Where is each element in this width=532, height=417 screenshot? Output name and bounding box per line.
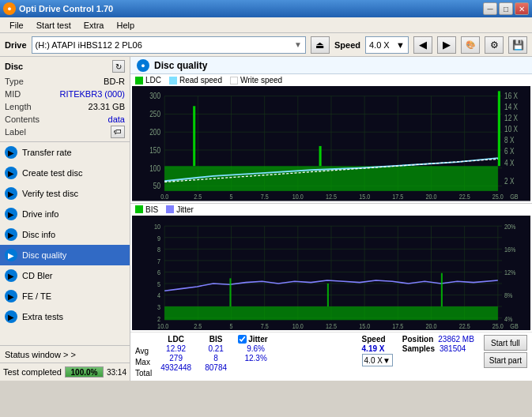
minimize-button[interactable]: ─ <box>483 2 497 15</box>
total-label: Total <box>135 368 152 378</box>
eject-button[interactable]: ⏏ <box>311 36 330 54</box>
svg-text:4 X: 4 X <box>504 159 514 167</box>
disc-contents-value: data <box>108 113 125 126</box>
disc-label-label: Label <box>5 126 26 138</box>
disc-quality-header-icon: ● <box>137 59 149 72</box>
settings-button[interactable]: ⚙ <box>485 36 504 54</box>
verify-test-disc-icon: ▶ <box>5 187 17 200</box>
ldc-legend-label: LDC <box>145 76 161 85</box>
upper-chart-svg: 300 250 200 150 100 50 16 X 14 X 12 X 10… <box>132 86 530 201</box>
svg-text:0.0: 0.0 <box>160 321 168 329</box>
color-button[interactable]: 🎨 <box>461 36 480 54</box>
nav-fe-te-label: FE / TE <box>22 291 51 301</box>
menu-start-test[interactable]: Start test <box>30 19 77 32</box>
svg-text:22.5: 22.5 <box>459 321 470 329</box>
drive-label: Drive <box>5 40 27 50</box>
jitter-checkbox[interactable] <box>238 335 247 344</box>
nav-verify-test-disc-label: Verify test disc <box>22 189 78 198</box>
svg-text:25.0: 25.0 <box>492 193 504 201</box>
save-button[interactable]: 💾 <box>508 36 527 54</box>
start-full-button[interactable]: Start full <box>484 335 527 351</box>
lower-chart-svg: 10 9 8 7 6 5 4 3 2 20% 16% 12% 8% 4% <box>132 216 530 331</box>
svg-rect-85 <box>327 283 329 306</box>
lower-chart-area: 10 9 8 7 6 5 4 3 2 20% 16% 12% 8% 4% <box>130 216 532 332</box>
speed-stat-header: Speed <box>362 335 393 344</box>
menu-bar: File Start test Extra Help <box>0 17 532 33</box>
drive-value: (H:) ATAPI iHBS112 2 PL06 <box>36 40 142 50</box>
nav-extra-tests[interactable]: ▶ Extra tests <box>0 306 130 327</box>
menu-file[interactable]: File <box>3 19 30 32</box>
disc-panel-title: Disc <box>5 62 23 71</box>
speed-dropdown[interactable]: 4.0 X ▼ <box>362 354 393 366</box>
bis-total: 80784 <box>200 363 232 372</box>
nav-disc-quality-label: Disc quality <box>22 250 66 260</box>
nav-create-test-disc-label: Create test disc <box>22 168 82 178</box>
svg-text:16%: 16% <box>504 245 516 254</box>
time-display: 33:14 <box>107 368 126 377</box>
svg-text:7: 7 <box>157 256 160 265</box>
svg-text:150: 150 <box>149 146 160 155</box>
ldc-stats-header: LDC <box>158 335 194 344</box>
svg-text:12 X: 12 X <box>504 115 518 123</box>
svg-text:16 X: 16 X <box>504 92 518 101</box>
drive-bar: Drive (H:) ATAPI iHBS112 2 PL06 ▼ ⏏ Spee… <box>0 33 532 57</box>
next-button[interactable]: ▶ <box>437 36 456 54</box>
write-speed-legend-color <box>230 77 238 85</box>
nav-disc-quality[interactable]: ▶ Disc quality <box>0 245 130 265</box>
content-area: ● Disc quality LDC Read speed Write spee… <box>130 57 532 381</box>
nav-create-test-disc[interactable]: ▶ Create test disc <box>0 163 130 183</box>
position-samples: Position 23862 MB Samples 381504 <box>402 335 474 353</box>
disc-refresh-button[interactable]: ↻ <box>112 60 125 73</box>
svg-text:12.5: 12.5 <box>326 321 337 329</box>
svg-text:2.5: 2.5 <box>194 321 202 329</box>
samples-label: Samples <box>402 344 435 353</box>
nav-disc-info[interactable]: ▶ Disc info <box>0 224 130 245</box>
disc-label-button[interactable]: 🏷 <box>111 126 125 138</box>
app-icon: ● <box>3 2 16 15</box>
nav-fe-te[interactable]: ▶ FE / TE <box>0 286 130 306</box>
drive-select[interactable]: (H:) ATAPI iHBS112 2 PL06 ▼ <box>32 36 306 54</box>
menu-extra[interactable]: Extra <box>77 19 111 32</box>
jitter-legend-color <box>166 205 174 213</box>
position-val: 23862 MB <box>438 335 474 344</box>
sidebar-status: Status window > > Test completed 100.0% … <box>0 345 130 381</box>
nav-verify-test-disc[interactable]: ▶ Verify test disc <box>0 183 130 204</box>
avg-label: Avg <box>135 346 152 356</box>
speed-select[interactable]: 4.0 X ▼ <box>365 36 409 54</box>
svg-text:17.5: 17.5 <box>392 321 403 329</box>
max-label: Max <box>135 357 152 367</box>
nav-transfer-rate[interactable]: ▶ Transfer rate <box>0 142 130 163</box>
svg-text:300: 300 <box>149 92 160 101</box>
close-button[interactable]: ✕ <box>515 2 529 15</box>
progress-text: 100.0% <box>66 367 103 377</box>
svg-text:12.5: 12.5 <box>326 193 337 201</box>
nav-drive-info[interactable]: ▶ Drive info <box>0 204 130 224</box>
cd-bler-icon: ▶ <box>5 269 17 282</box>
svg-text:0.0: 0.0 <box>160 193 168 201</box>
svg-text:22.5: 22.5 <box>459 193 470 201</box>
nav-drive-info-label: Drive info <box>22 209 58 219</box>
menu-help[interactable]: Help <box>110 19 141 32</box>
stats-labels: Avg Max Total <box>135 335 152 378</box>
nav-cd-bler[interactable]: ▶ CD Bler <box>0 265 130 286</box>
svg-text:20.0: 20.0 <box>426 193 437 201</box>
jitter-stats: Jitter 9.6% 12.3% <box>238 335 274 363</box>
disc-length-value: 23.31 GB <box>89 100 125 113</box>
start-part-button[interactable]: Start part <box>484 352 527 368</box>
svg-text:8: 8 <box>157 245 160 254</box>
svg-text:250: 250 <box>149 110 160 118</box>
status-window-button[interactable]: Status window > > <box>0 346 130 363</box>
disc-quality-title: Disc quality <box>154 60 207 71</box>
jitter-avg: 9.6% <box>238 344 274 353</box>
test-completed-row: Test completed 100.0% 33:14 <box>0 363 130 381</box>
disc-info-icon: ▶ <box>5 228 17 241</box>
svg-text:8%: 8% <box>504 291 513 299</box>
prev-button[interactable]: ◀ <box>413 36 432 54</box>
start-buttons: Start full Start part <box>484 335 527 368</box>
svg-text:15.0: 15.0 <box>359 321 370 329</box>
svg-text:25.0: 25.0 <box>492 321 504 329</box>
nav-items: ▶ Transfer rate ▶ Create test disc ▶ Ver… <box>0 142 130 345</box>
svg-text:5: 5 <box>229 193 232 201</box>
svg-rect-86 <box>441 272 443 306</box>
maximize-button[interactable]: □ <box>499 2 513 15</box>
